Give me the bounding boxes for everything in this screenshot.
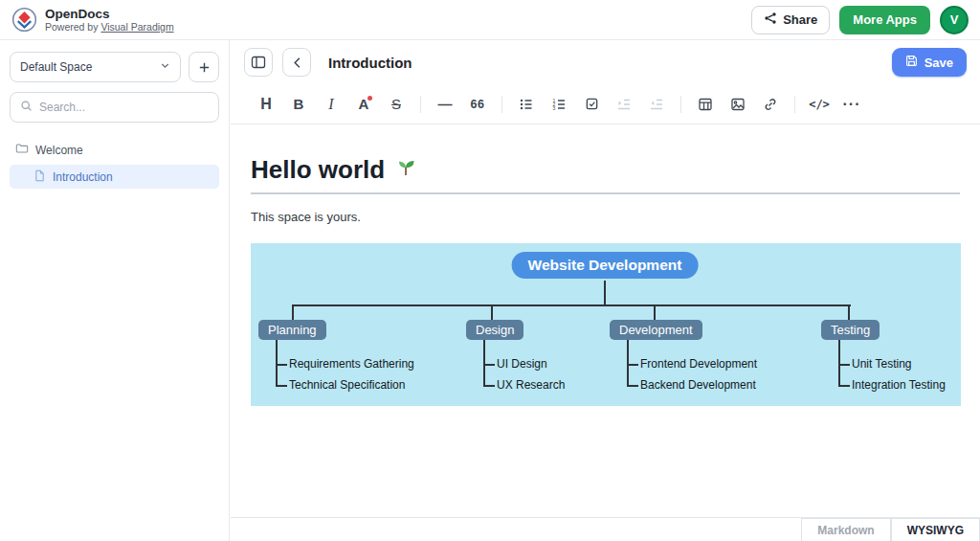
strikethrough-button[interactable]: S — [380, 90, 412, 119]
italic-button[interactable]: I — [315, 90, 347, 119]
diagram-leaf: Unit Testing — [838, 353, 946, 374]
wysiwyg-mode-button[interactable]: WYSIWYG — [891, 518, 980, 541]
editor-content[interactable]: Hello world This space is yours. Website… — [231, 124, 980, 406]
share-button[interactable]: Share — [751, 6, 830, 34]
diagram-leaf: UI Design — [483, 353, 565, 374]
sidebar: Default Space Welcome — [0, 40, 230, 541]
diagram-branch-design: Design UI Design UX Research — [466, 320, 565, 395]
ordered-list-button[interactable]: 1 2 3 — [543, 90, 575, 119]
bold-button[interactable]: B — [282, 90, 315, 119]
code-button[interactable]: </> — [803, 90, 835, 119]
bullet-list-button[interactable] — [510, 90, 543, 119]
visual-paradigm-link[interactable]: Visual Paradigm — [100, 21, 173, 33]
font-color-dot — [368, 96, 372, 101]
content-heading-text: Hello world — [251, 155, 385, 185]
diagram-line — [491, 304, 493, 321]
tree-item-label: Introduction — [53, 170, 113, 184]
app-header: OpenDocs Powered by Visual Paradigm Shar… — [0, 0, 980, 40]
diagram-leaf: UX Research — [483, 374, 565, 395]
space-selector[interactable]: Default Space — [10, 52, 181, 82]
font-color-button[interactable]: A — [347, 90, 380, 119]
main-panel: Introduction Save H B I A S — 66 — [231, 40, 980, 541]
diagram-root-node: Website Development — [512, 252, 699, 279]
share-label: Share — [783, 12, 817, 27]
table-button[interactable] — [689, 90, 722, 119]
toolbar-divider — [680, 96, 681, 113]
toolbar-divider — [501, 96, 502, 113]
website-development-diagram[interactable]: Website Development Planning Requirement… — [251, 243, 961, 406]
more-options-button[interactable]: ··· — [835, 90, 868, 119]
diagram-line — [848, 304, 850, 321]
diagram-branch-development: Development Frontend Development Backend… — [610, 320, 757, 395]
heading-button[interactable]: H — [250, 90, 282, 119]
editor-mode-bar: Markdown WYSIWYG — [231, 517, 980, 541]
search-icon — [20, 99, 33, 116]
content-heading: Hello world — [251, 155, 960, 185]
diagram-line — [292, 304, 851, 306]
search-box[interactable] — [10, 92, 219, 123]
document-icon — [33, 169, 46, 185]
save-icon — [905, 55, 918, 70]
diagram-leaf: Frontend Development — [627, 353, 757, 374]
doc-title: Introduction — [328, 55, 412, 71]
search-input[interactable] — [39, 101, 209, 114]
diagram-leaf: Integration Testing — [838, 374, 946, 395]
diagram-line — [654, 304, 656, 321]
diagram-branch-testing: Testing Unit Testing Integration Testing — [821, 320, 946, 395]
heading-divider — [251, 192, 960, 194]
diagram-line — [604, 281, 606, 305]
link-button[interactable] — [754, 90, 787, 119]
diagram-branch-planning: Planning Requirements Gathering Technica… — [258, 320, 414, 395]
diagram-leaf: Backend Development — [627, 374, 757, 395]
more-apps-button[interactable]: More Apps — [839, 6, 930, 34]
save-label: Save — [924, 56, 953, 70]
toolbar-divider — [794, 96, 795, 113]
diagram-branch-node: Testing — [821, 320, 880, 340]
opendocs-logo-icon — [11, 7, 37, 33]
powered-by: Powered by Visual Paradigm — [45, 21, 174, 33]
indent-button — [608, 90, 640, 119]
doc-header: Introduction Save — [231, 40, 980, 84]
diagram-line — [292, 304, 294, 321]
chevron-down-icon — [160, 60, 170, 74]
sidebar-item-introduction[interactable]: Introduction — [10, 165, 219, 189]
horizontal-rule-button[interactable]: — — [429, 90, 461, 119]
user-avatar[interactable]: V — [940, 6, 969, 34]
page-tree: Welcome Introduction — [10, 138, 219, 189]
add-page-button[interactable] — [189, 52, 219, 82]
image-button[interactable] — [722, 90, 754, 119]
diagram-branch-node: Planning — [258, 320, 326, 340]
sidebar-item-welcome[interactable]: Welcome — [10, 138, 219, 162]
task-list-button[interactable] — [575, 90, 608, 119]
tree-item-label: Welcome — [35, 144, 83, 157]
sidebar-toggle-button[interactable] — [244, 48, 273, 77]
markdown-mode-button[interactable]: Markdown — [801, 518, 890, 541]
outdent-button — [640, 90, 673, 119]
space-selector-value: Default Space — [20, 60, 92, 74]
share-icon — [764, 11, 777, 28]
seedling-emoji — [394, 155, 417, 185]
svg-text:3: 3 — [553, 104, 556, 110]
formatting-toolbar: H B I A S — 66 1 2 3 — [231, 84, 980, 124]
header-actions: Share More Apps V — [751, 6, 969, 34]
save-button[interactable]: Save — [892, 48, 967, 77]
toolbar-divider — [420, 96, 421, 113]
back-button[interactable] — [282, 48, 311, 77]
content-paragraph: This space is yours. — [251, 210, 960, 224]
powered-by-prefix: Powered by — [45, 21, 98, 33]
diagram-branch-node: Design — [466, 320, 523, 340]
app-name: OpenDocs — [45, 7, 174, 22]
brand-text: OpenDocs Powered by Visual Paradigm — [45, 7, 174, 34]
folder-icon — [15, 142, 29, 158]
diagram-leaf: Technical Specification — [276, 374, 414, 395]
diagram-branch-node: Development — [610, 320, 702, 340]
diagram-leaf: Requirements Gathering — [276, 353, 414, 374]
blockquote-button[interactable]: 66 — [461, 90, 494, 119]
